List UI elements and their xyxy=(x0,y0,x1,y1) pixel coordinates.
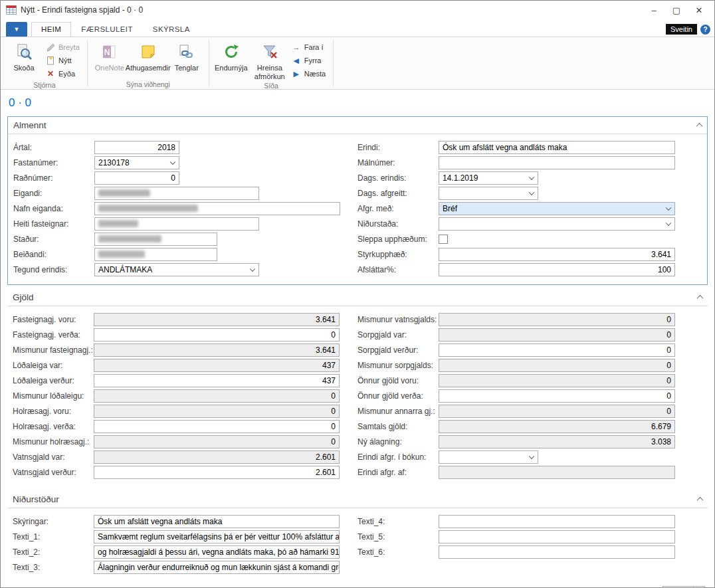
sorpgjald-verdur-input[interactable]: 0 xyxy=(439,343,675,357)
nidurstada-input[interactable] xyxy=(439,217,675,231)
dags-afgreitt-input[interactable] xyxy=(439,187,538,200)
fasteignagj-verda-input[interactable]: 0 xyxy=(94,328,340,342)
app-menu-button[interactable]: ▼ xyxy=(6,22,27,37)
nytt-button[interactable]: Nýtt xyxy=(43,54,84,67)
fasteignagj-voru-label: Fasteignagj. voru: xyxy=(13,315,94,324)
afslattur-input[interactable]: 100 xyxy=(439,263,675,276)
onenote-button[interactable]: N OneNote xyxy=(90,39,129,80)
styrkupphaed-input[interactable]: 3.641 xyxy=(439,248,675,261)
erindi-input[interactable]: Ósk um afslátt vegna andláts maka xyxy=(439,141,675,154)
chevron-up-icon[interactable] xyxy=(697,497,704,504)
sleppa-upphaedum-label: Sleppa upphæðum: xyxy=(357,235,439,244)
ok-dropdown-arrow[interactable]: ▼ xyxy=(694,587,704,587)
chevron-down-icon[interactable] xyxy=(529,174,534,179)
hreinsa-afmorkun-button[interactable]: Hreinsa afmörkun xyxy=(251,39,289,81)
mismunur-holraesagj-label: Mismunur holræsagj.: xyxy=(13,437,94,446)
chevron-down-icon[interactable] xyxy=(250,266,255,271)
fasteignagj-verda-label: Fasteignagj. verða: xyxy=(13,330,94,340)
fasteignagj-voru-input: 3.641 xyxy=(94,313,340,326)
vatnsgjald-verdur-input[interactable]: 2.601 xyxy=(94,466,340,479)
chevron-up-icon[interactable] xyxy=(696,123,703,130)
onnur-gjold-verda-input[interactable]: 0 xyxy=(439,389,675,403)
tenglar-button[interactable]: Tenglar xyxy=(167,39,206,80)
section-header-nidurstodur[interactable]: Niðurstöður xyxy=(7,491,708,508)
eyda-button[interactable]: ✕ Eyða xyxy=(43,67,84,80)
chevron-down-icon[interactable] xyxy=(666,220,671,225)
radnumer-input[interactable]: 0 xyxy=(94,171,179,185)
fastanumer-input[interactable]: 2130178 xyxy=(94,156,179,169)
endurnyja-button[interactable]: Endurnýja xyxy=(212,39,251,80)
ribbon-separator xyxy=(209,40,209,86)
section-header-gjold[interactable]: Gjöld xyxy=(7,289,708,306)
beidandi-input[interactable] xyxy=(94,248,217,261)
sleppa-upphaedum-checkbox[interactable] xyxy=(439,235,448,244)
help-icon[interactable]: ? xyxy=(700,25,710,35)
tab-skyrsla[interactable]: SKÝRSLA xyxy=(143,22,200,37)
tegund-erindis-input[interactable]: ANDLÁTMAKA xyxy=(94,263,259,276)
onnur-gjold-verda-label: Önnur gjöld verða: xyxy=(357,391,439,401)
skoda-button[interactable]: Skoða xyxy=(5,39,43,80)
texti-2-input[interactable]: og holræsagjaldi á þessu ári, vegna andl… xyxy=(94,545,340,559)
eigandi-input[interactable] xyxy=(94,187,259,200)
onnur-gjold-voru-label: Önnur gjöld voru: xyxy=(357,376,439,385)
minimize-button[interactable]: – xyxy=(643,2,665,18)
ok-button[interactable]: Í lagi ▼ xyxy=(663,586,705,587)
tab-heim[interactable]: HEIM xyxy=(31,22,71,37)
tab-faersluleit[interactable]: FÆRSLULEIT xyxy=(71,22,143,37)
chevron-down-icon[interactable] xyxy=(529,453,534,458)
athugasemdir-button[interactable]: Athugasemdir xyxy=(129,39,167,80)
section-caption: Niðurstöður xyxy=(13,494,59,504)
dags-erindis-input[interactable]: 14.1.2019 xyxy=(439,171,538,185)
texti-1-input[interactable]: Samkvæmt reglum sveitarfélagsins þá er þ… xyxy=(94,530,340,543)
goto-arrow-icon: → xyxy=(291,42,302,52)
skyringar-input[interactable]: Ósk um afslátt vegna andláts maka xyxy=(94,515,340,528)
texti-5-input[interactable] xyxy=(439,530,675,543)
lodaleiga-verdur-input[interactable]: 437 xyxy=(94,374,340,387)
ribbon-group-stjorna: Skoða Breyta xyxy=(3,39,86,89)
fasttab-almennt: Almennt Ártal: 2018 Fastanúmer: 2130178 … xyxy=(7,116,708,285)
dags-erindis-label: Dags. erindis: xyxy=(357,173,439,183)
section-header-almennt[interactable]: Almennt xyxy=(8,117,707,134)
chevron-up-icon[interactable] xyxy=(697,295,704,302)
malnumer-input[interactable] xyxy=(439,156,675,169)
chevron-down-icon[interactable] xyxy=(666,205,671,210)
texti-6-input[interactable] xyxy=(439,545,675,559)
section-caption: Almennt xyxy=(13,120,47,130)
group-label-stjorna: Stjórna xyxy=(5,80,84,90)
texti-4-input[interactable] xyxy=(439,515,675,528)
previous-icon: ◀ xyxy=(291,55,302,66)
texti-3-input[interactable]: Álagningin verður endurreiknuð og mun læ… xyxy=(94,561,340,574)
artal-input[interactable]: 2018 xyxy=(94,141,179,154)
holraesagj-verda-label: Holræsagj. verða: xyxy=(13,422,94,431)
naesta-button[interactable]: ▶ Næsta xyxy=(289,67,330,80)
mismunur-lodaleigu-label: Mismunur lóðaleigu: xyxy=(13,391,94,401)
beidandi-label: Beiðandi: xyxy=(13,250,94,259)
chevron-down-icon[interactable] xyxy=(529,189,534,195)
breyta-button[interactable]: Breyta xyxy=(43,41,84,54)
texti-1-label: Texti_1: xyxy=(13,532,94,541)
heiti-fasteignar-input[interactable] xyxy=(94,217,259,231)
erindi-afgr-af-label: Erindi afgr. af: xyxy=(357,468,439,477)
nafn-eiganda-input[interactable] xyxy=(94,202,340,215)
vatnsgjald-var-label: Vatnsgjald var: xyxy=(13,452,94,462)
nidurstada-label: Niðurstaða: xyxy=(357,219,439,229)
erindi-afgr-bokun-input[interactable] xyxy=(439,450,538,464)
ny-alagning-label: Ný álagning: xyxy=(357,437,439,446)
onnur-gjold-voru-input: 0 xyxy=(439,374,675,387)
stadur-input[interactable] xyxy=(94,233,217,246)
maximize-button[interactable]: ▢ xyxy=(665,2,688,18)
fyrra-button[interactable]: ◀ Fyrra xyxy=(289,54,330,67)
chevron-down-icon[interactable] xyxy=(170,159,175,164)
company-badge: Sveitin xyxy=(666,24,697,35)
afgr-med-input[interactable]: Bréf xyxy=(439,202,675,215)
erindi-afgr-af-input xyxy=(439,466,675,479)
ribbon-group-syna-vidhengi: N OneNote Athugasemdir xyxy=(89,39,207,89)
close-button[interactable]: ✕ xyxy=(688,2,710,18)
samtals-gjold-label: Samtals gjöld: xyxy=(357,422,439,431)
sorpgjald-var-input: 0 xyxy=(439,328,675,342)
mismunur-annarra-label: Mismunur annarra gj.: xyxy=(357,407,439,416)
fara-i-button[interactable]: → Fara í xyxy=(289,41,330,54)
holraesagj-verda-input[interactable]: 0 xyxy=(94,420,340,433)
holraesagj-voru-input: 0 xyxy=(94,405,340,418)
mismunur-annarra-input: 0 xyxy=(439,405,675,418)
